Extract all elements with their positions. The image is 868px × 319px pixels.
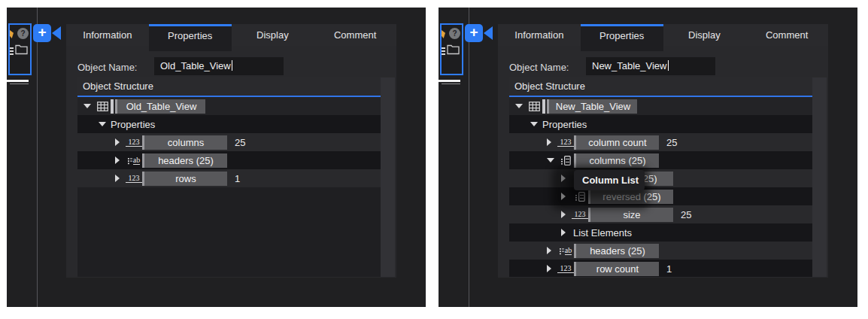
expander-right-icon[interactable]: [115, 156, 126, 164]
string-list-icon: ab: [557, 246, 574, 255]
selected-widget-box: ?: [440, 23, 463, 75]
screen: ? + Information Properties Display Comme…: [0, 0, 868, 319]
expander-down-icon[interactable]: [99, 122, 109, 126]
collapse-panel-arrow[interactable]: [484, 26, 493, 40]
tree-node-value: 25: [681, 209, 691, 220]
tree-node-label: Properties: [542, 119, 587, 130]
property-card: Information Properties Display Comment O…: [66, 24, 396, 278]
tree-node-value: 25: [666, 137, 677, 148]
properties-panel-left: ? + Information Properties Display Comme…: [7, 8, 426, 307]
tree-node-pill[interactable]: rows: [142, 172, 227, 186]
list-icon: [557, 156, 574, 166]
tooltip: Column List: [574, 170, 645, 190]
object-name-label: Object Name:: [509, 62, 569, 73]
add-button[interactable]: +: [465, 24, 483, 42]
tree-row[interactable]: ab headers (25): [77, 151, 381, 169]
tree-row[interactable]: Properties: [509, 115, 812, 133]
tree-row[interactable]: List Elements: [509, 223, 812, 242]
tree-node-pill[interactable]: columns: [142, 135, 227, 150]
collapse-panel-arrow[interactable]: [52, 26, 61, 40]
tree-node-value: 25: [235, 137, 245, 148]
object-name-input[interactable]: Old_Table_View: [154, 57, 284, 75]
object-structure-tree: Object Structure New_Table_View Properti…: [509, 77, 827, 277]
expander-right-icon[interactable]: [115, 175, 126, 182]
number-icon: 123: [572, 210, 588, 219]
tree-node-value: 1: [235, 173, 240, 184]
tree-node-value: 1: [666, 263, 672, 275]
tab-properties[interactable]: Properties: [149, 24, 232, 51]
number-icon: 123: [557, 264, 574, 273]
tree-scrollbar[interactable]: [381, 77, 395, 277]
pill-handle-bar: [542, 99, 545, 114]
expander-right-icon[interactable]: [561, 229, 572, 236]
tree-row[interactable]: 123 columns 25: [77, 133, 381, 151]
widget-edge-highlight: [439, 80, 460, 82]
tree-row[interactable]: Properties: [77, 115, 381, 133]
clipped-list-icon: [442, 47, 445, 55]
object-name-label: Object Name:: [77, 62, 137, 73]
folder-icon[interactable]: [447, 44, 460, 55]
expander-right-icon[interactable]: [547, 247, 557, 254]
expander-right-icon[interactable]: [547, 265, 557, 272]
tab-bar: Information Properties Display Comment: [498, 24, 828, 46]
expander-down-icon[interactable]: [515, 104, 526, 108]
table-icon: [94, 102, 111, 111]
tree-node-pill[interactable]: headers (25): [574, 244, 659, 258]
property-card: Information Properties Display Comment O…: [498, 24, 828, 278]
tab-information[interactable]: Information: [498, 24, 581, 46]
tree-row-root[interactable]: Old_Table_View: [77, 97, 381, 115]
number-icon: 123: [126, 138, 142, 147]
object-name-input[interactable]: New_Table_View: [586, 57, 715, 75]
clipped-list-icon: [10, 47, 14, 55]
tree-node-pill[interactable]: columns (25): [574, 153, 659, 168]
tree-node-pill[interactable]: New_Table_View: [547, 99, 637, 114]
expander-down-icon[interactable]: [83, 104, 94, 108]
widget-edge-highlight: [7, 80, 29, 82]
tab-display[interactable]: Display: [663, 24, 746, 46]
widget-edge-shadow: [442, 84, 460, 84]
number-icon: 123: [126, 174, 142, 183]
tree-row[interactable]: 123 column count 25: [509, 133, 812, 151]
help-icon[interactable]: ?: [449, 28, 460, 39]
object-name-value: New_Table_View: [592, 60, 667, 71]
properties-panel-right: ? + Information Properties Display Comme…: [439, 8, 857, 307]
string-list-icon: ab: [126, 156, 142, 165]
expander-right-icon[interactable]: [561, 211, 572, 218]
text-caret: [668, 60, 669, 71]
selected-widget-box: ?: [8, 23, 32, 75]
tab-display[interactable]: Display: [232, 24, 314, 46]
tab-information[interactable]: Information: [66, 24, 149, 46]
pill-handle-bar: [111, 99, 114, 114]
tree-row[interactable]: ab headers (25): [509, 242, 812, 260]
panel-divider-line: [37, 8, 38, 307]
tree-node-pill[interactable]: column count: [574, 135, 659, 150]
folder-icon[interactable]: [15, 44, 28, 55]
tree-row-root[interactable]: New_Table_View: [509, 97, 812, 115]
tree-row[interactable]: 123 row count 1: [509, 260, 812, 277]
tree-node-label: Properties: [111, 119, 155, 130]
expander-down-icon[interactable]: [530, 122, 541, 126]
tree-header: Object Structure: [77, 77, 381, 97]
clipped-tool-icon: [10, 30, 14, 38]
help-icon[interactable]: ?: [17, 28, 29, 39]
tree-row[interactable]: 123 rows 1: [77, 169, 381, 187]
object-structure-tree: Object Structure Old_Table_View Properti…: [77, 77, 395, 277]
expander-right-icon[interactable]: [115, 138, 126, 146]
tree-node-pill[interactable]: headers (25): [142, 153, 227, 168]
table-icon: [526, 102, 542, 111]
object-name-value: Old_Table_View: [160, 60, 231, 71]
tab-bar: Information Properties Display Comment: [66, 24, 396, 46]
tab-properties[interactable]: Properties: [581, 24, 663, 51]
tree-node-label: List Elements: [573, 227, 632, 238]
tree-node-pill[interactable]: Old_Table_View: [115, 99, 205, 114]
add-button[interactable]: +: [33, 24, 51, 42]
tree-node-pill[interactable]: row count: [574, 262, 659, 276]
clipped-tool-icon: [442, 30, 445, 38]
tab-comment[interactable]: Comment: [314, 24, 396, 46]
tree-scrollbar[interactable]: [812, 77, 827, 277]
tab-comment[interactable]: Comment: [745, 24, 828, 46]
expander-down-icon[interactable]: [547, 158, 557, 163]
number-icon: 123: [557, 138, 574, 147]
panel-divider-line: [469, 8, 469, 307]
expander-right-icon[interactable]: [547, 138, 557, 146]
